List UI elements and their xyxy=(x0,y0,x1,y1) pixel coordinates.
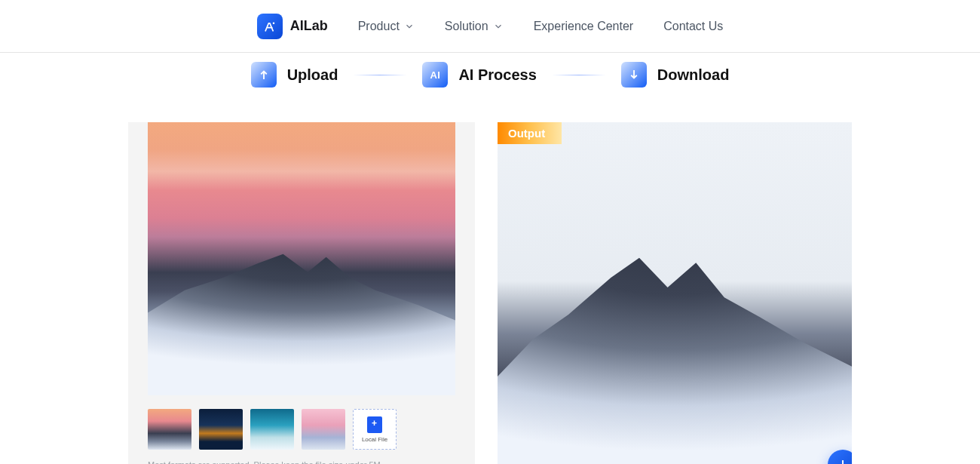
chevron-down-icon xyxy=(404,21,415,32)
nav-product[interactable]: Product xyxy=(358,20,415,33)
workspace: Local File Most formats are supported. P… xyxy=(0,122,980,464)
step-upload-label: Upload xyxy=(287,66,338,84)
download-arrow-icon xyxy=(621,62,647,88)
thumbnail-3[interactable] xyxy=(250,409,294,450)
step-download: Download xyxy=(621,62,730,88)
brand-name: AILab xyxy=(290,18,328,34)
step-divider xyxy=(353,75,407,75)
nav-experience-center[interactable]: Experience Center xyxy=(534,20,634,33)
local-file-button[interactable]: Local File xyxy=(353,409,397,450)
input-panel: Local File Most formats are supported. P… xyxy=(128,122,475,464)
step-download-label: Download xyxy=(657,66,730,84)
chevron-down-icon xyxy=(493,21,504,32)
thumbnail-2[interactable] xyxy=(199,409,243,450)
thumbnail-1[interactable] xyxy=(148,409,191,450)
thumbnail-row: Local File xyxy=(148,409,455,450)
steps-bar: Upload AI AI Process Download xyxy=(0,62,980,88)
nav-product-label: Product xyxy=(358,20,400,33)
step-divider xyxy=(552,75,606,75)
upload-arrow-icon xyxy=(251,62,277,88)
thumbnail-4[interactable] xyxy=(302,409,345,450)
step-ai-process: AI AI Process xyxy=(422,62,536,88)
upload-hint: Most formats are supported. Please keep … xyxy=(148,460,455,464)
file-plus-icon xyxy=(367,416,382,433)
output-preview: Output xyxy=(498,122,852,464)
output-panel: Output xyxy=(498,122,852,464)
brand-logo-icon xyxy=(257,14,283,39)
nav-solution-label: Solution xyxy=(445,20,488,33)
svg-point-0 xyxy=(272,22,274,24)
local-file-label: Local File xyxy=(362,436,387,443)
output-badge: Output xyxy=(498,122,562,144)
input-preview[interactable] xyxy=(148,122,455,395)
step-aiprocess-label: AI Process xyxy=(458,66,536,84)
brand[interactable]: AILab xyxy=(257,14,328,39)
step-upload: Upload xyxy=(251,62,338,88)
ai-icon: AI xyxy=(422,62,448,88)
nav-solution[interactable]: Solution xyxy=(445,20,504,33)
download-button[interactable] xyxy=(828,450,852,464)
navbar: AILab Product Solution Experience Center… xyxy=(0,0,980,53)
nav-contact-us[interactable]: Contact Us xyxy=(663,20,723,33)
